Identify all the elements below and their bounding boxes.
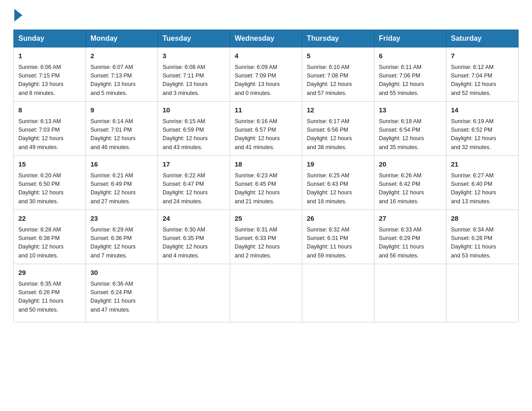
day-info: Sunrise: 6:19 AMSunset: 6:52 PMDaylight:… (451, 117, 514, 152)
day-info: Sunrise: 6:16 AMSunset: 6:57 PMDaylight:… (235, 117, 297, 152)
day-info: Sunrise: 6:10 AMSunset: 7:08 PMDaylight:… (307, 63, 369, 98)
calendar-cell: 2Sunrise: 6:07 AMSunset: 7:13 PMDaylight… (86, 47, 158, 102)
day-info: Sunrise: 6:08 AMSunset: 7:11 PMDaylight:… (163, 63, 225, 98)
day-number: 17 (163, 159, 225, 170)
calendar-cell: 29Sunrise: 6:35 AMSunset: 6:26 PMDayligh… (14, 264, 86, 322)
day-number: 3 (163, 51, 225, 61)
day-info: Sunrise: 6:11 AMSunset: 7:06 PMDaylight:… (379, 63, 442, 98)
column-header-saturday: Saturday (446, 30, 519, 47)
column-header-thursday: Thursday (302, 30, 374, 47)
calendar-cell: 18Sunrise: 6:23 AMSunset: 6:45 PMDayligh… (230, 156, 302, 210)
calendar-cell (302, 264, 374, 322)
calendar-week-row: 15Sunrise: 6:20 AMSunset: 6:50 PMDayligh… (14, 156, 519, 210)
day-info: Sunrise: 6:20 AMSunset: 6:50 PMDaylight:… (18, 171, 81, 206)
column-header-wednesday: Wednesday (230, 30, 302, 47)
calendar-cell: 8Sunrise: 6:13 AMSunset: 7:03 PMDaylight… (14, 102, 86, 156)
day-info: Sunrise: 6:18 AMSunset: 6:54 PMDaylight:… (379, 117, 442, 152)
day-info: Sunrise: 6:21 AMSunset: 6:49 PMDaylight:… (90, 171, 153, 206)
day-info: Sunrise: 6:28 AMSunset: 6:38 PMDaylight:… (18, 226, 81, 261)
day-info: Sunrise: 6:13 AMSunset: 7:03 PMDaylight:… (18, 117, 81, 152)
calendar-week-row: 1Sunrise: 6:06 AMSunset: 7:15 PMDaylight… (14, 47, 519, 102)
calendar-cell: 5Sunrise: 6:10 AMSunset: 7:08 PMDaylight… (302, 47, 374, 102)
logo (13, 9, 23, 21)
day-number: 8 (18, 105, 81, 116)
day-info: Sunrise: 6:29 AMSunset: 6:36 PMDaylight:… (90, 226, 153, 261)
day-info: Sunrise: 6:33 AMSunset: 6:29 PMDaylight:… (379, 226, 442, 261)
calendar-cell (446, 264, 519, 322)
calendar-cell: 23Sunrise: 6:29 AMSunset: 6:36 PMDayligh… (86, 210, 158, 264)
calendar-cell: 4Sunrise: 6:09 AMSunset: 7:09 PMDaylight… (230, 47, 302, 102)
calendar-week-row: 29Sunrise: 6:35 AMSunset: 6:26 PMDayligh… (14, 264, 519, 322)
day-number: 25 (235, 214, 297, 224)
day-number: 23 (90, 214, 153, 224)
day-number: 21 (451, 159, 514, 170)
day-info: Sunrise: 6:30 AMSunset: 6:35 PMDaylight:… (163, 226, 225, 261)
calendar-cell: 20Sunrise: 6:26 AMSunset: 6:42 PMDayligh… (374, 156, 446, 210)
calendar-cell: 6Sunrise: 6:11 AMSunset: 7:06 PMDaylight… (374, 47, 446, 102)
day-number: 2 (90, 51, 153, 61)
calendar-cell: 21Sunrise: 6:27 AMSunset: 6:40 PMDayligh… (446, 156, 519, 210)
day-number: 30 (90, 268, 153, 278)
day-info: Sunrise: 6:15 AMSunset: 6:59 PMDaylight:… (163, 117, 225, 152)
day-number: 13 (379, 105, 442, 116)
day-info: Sunrise: 6:07 AMSunset: 7:13 PMDaylight:… (90, 63, 153, 98)
day-number: 27 (379, 214, 442, 224)
column-header-friday: Friday (374, 30, 446, 47)
page-header (13, 9, 519, 21)
calendar-week-row: 22Sunrise: 6:28 AMSunset: 6:38 PMDayligh… (14, 210, 519, 264)
calendar-cell: 12Sunrise: 6:17 AMSunset: 6:56 PMDayligh… (302, 102, 374, 156)
calendar-cell: 14Sunrise: 6:19 AMSunset: 6:52 PMDayligh… (446, 102, 519, 156)
calendar-cell (230, 264, 302, 322)
day-number: 20 (379, 159, 442, 170)
calendar-cell: 15Sunrise: 6:20 AMSunset: 6:50 PMDayligh… (14, 156, 86, 210)
day-info: Sunrise: 6:35 AMSunset: 6:26 PMDaylight:… (18, 280, 81, 315)
day-number: 1 (18, 51, 81, 61)
day-info: Sunrise: 6:06 AMSunset: 7:15 PMDaylight:… (18, 63, 81, 98)
calendar-cell: 24Sunrise: 6:30 AMSunset: 6:35 PMDayligh… (158, 210, 230, 264)
day-info: Sunrise: 6:31 AMSunset: 6:33 PMDaylight:… (235, 226, 297, 261)
day-number: 19 (307, 159, 369, 170)
day-info: Sunrise: 6:25 AMSunset: 6:43 PMDaylight:… (307, 171, 369, 206)
calendar-cell: 11Sunrise: 6:16 AMSunset: 6:57 PMDayligh… (230, 102, 302, 156)
day-info: Sunrise: 6:36 AMSunset: 6:24 PMDaylight:… (90, 280, 153, 315)
column-header-tuesday: Tuesday (158, 30, 230, 47)
column-header-sunday: Sunday (14, 30, 86, 47)
day-info: Sunrise: 6:26 AMSunset: 6:42 PMDaylight:… (379, 171, 442, 206)
logo-arrow-icon (14, 9, 22, 21)
calendar-cell: 27Sunrise: 6:33 AMSunset: 6:29 PMDayligh… (374, 210, 446, 264)
day-number: 16 (90, 159, 153, 170)
day-info: Sunrise: 6:34 AMSunset: 6:28 PMDaylight:… (451, 226, 514, 261)
calendar-cell: 28Sunrise: 6:34 AMSunset: 6:28 PMDayligh… (446, 210, 519, 264)
calendar-cell: 9Sunrise: 6:14 AMSunset: 7:01 PMDaylight… (86, 102, 158, 156)
day-number: 28 (451, 214, 514, 224)
day-info: Sunrise: 6:14 AMSunset: 7:01 PMDaylight:… (90, 117, 153, 152)
day-info: Sunrise: 6:12 AMSunset: 7:04 PMDaylight:… (451, 63, 514, 98)
calendar-cell: 26Sunrise: 6:32 AMSunset: 6:31 PMDayligh… (302, 210, 374, 264)
day-number: 18 (235, 159, 297, 170)
calendar-cell: 30Sunrise: 6:36 AMSunset: 6:24 PMDayligh… (86, 264, 158, 322)
day-info: Sunrise: 6:23 AMSunset: 6:45 PMDaylight:… (235, 171, 297, 206)
calendar-cell: 7Sunrise: 6:12 AMSunset: 7:04 PMDaylight… (446, 47, 519, 102)
calendar-cell: 10Sunrise: 6:15 AMSunset: 6:59 PMDayligh… (158, 102, 230, 156)
day-number: 15 (18, 159, 81, 170)
calendar-cell: 25Sunrise: 6:31 AMSunset: 6:33 PMDayligh… (230, 210, 302, 264)
day-number: 22 (18, 214, 81, 224)
day-number: 29 (18, 268, 81, 278)
day-info: Sunrise: 6:22 AMSunset: 6:47 PMDaylight:… (163, 171, 225, 206)
day-info: Sunrise: 6:17 AMSunset: 6:56 PMDaylight:… (307, 117, 369, 152)
day-number: 4 (235, 51, 297, 61)
calendar-cell: 19Sunrise: 6:25 AMSunset: 6:43 PMDayligh… (302, 156, 374, 210)
calendar-cell (158, 264, 230, 322)
day-number: 7 (451, 51, 514, 61)
day-number: 6 (379, 51, 442, 61)
calendar-cell: 17Sunrise: 6:22 AMSunset: 6:47 PMDayligh… (158, 156, 230, 210)
day-info: Sunrise: 6:32 AMSunset: 6:31 PMDaylight:… (307, 226, 369, 261)
column-header-monday: Monday (86, 30, 158, 47)
day-info: Sunrise: 6:27 AMSunset: 6:40 PMDaylight:… (451, 171, 514, 206)
calendar-cell (374, 264, 446, 322)
calendar-cell: 22Sunrise: 6:28 AMSunset: 6:38 PMDayligh… (14, 210, 86, 264)
day-number: 5 (307, 51, 369, 61)
calendar-header-row: SundayMondayTuesdayWednesdayThursdayFrid… (14, 30, 519, 47)
day-number: 24 (163, 214, 225, 224)
calendar-cell: 13Sunrise: 6:18 AMSunset: 6:54 PMDayligh… (374, 102, 446, 156)
